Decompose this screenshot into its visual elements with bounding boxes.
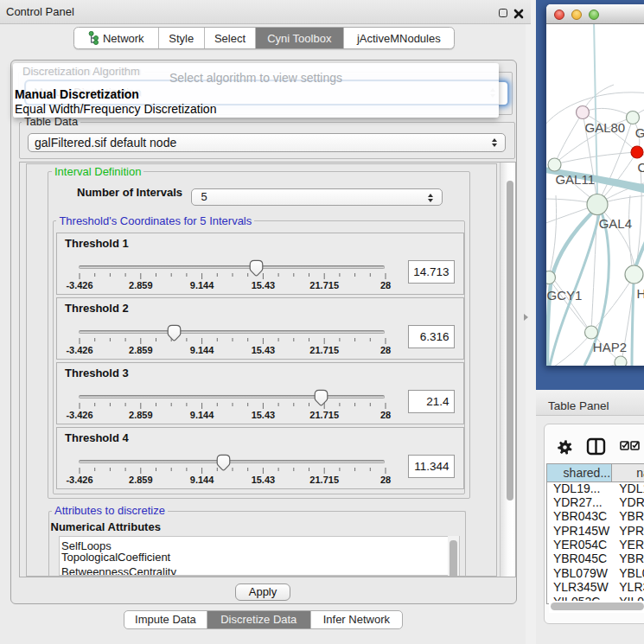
svg-text:GA: GA bbox=[635, 125, 644, 140]
svg-text:GCY1: GCY1 bbox=[547, 288, 583, 303]
svg-text:GAL4: GAL4 bbox=[599, 216, 632, 231]
svg-text:HAP2: HAP2 bbox=[593, 340, 627, 354]
svg-text:GAL80: GAL80 bbox=[585, 120, 626, 135]
svg-text:GAL11: GAL11 bbox=[555, 172, 595, 187]
svg-text:OR: OR bbox=[638, 160, 644, 175]
svg-text:HI: HI bbox=[637, 286, 644, 301]
